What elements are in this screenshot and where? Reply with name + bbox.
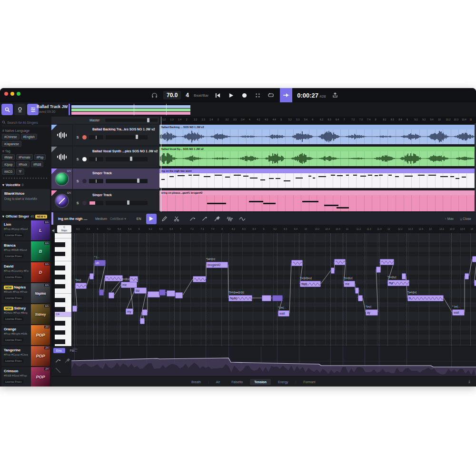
master-volume-slider[interactable] <box>105 119 158 122</box>
clip-singer-track-1[interactable]: ing on the nigh twe wont <box>159 169 475 188</box>
editing-clip-name[interactable]: ing on the nigh .... <box>58 217 91 221</box>
note[interactable] <box>402 273 406 279</box>
grid-selector[interactable]: Cell/Beat ▾ <box>110 217 126 221</box>
volume-handle[interactable] <box>136 135 138 139</box>
note[interactable]: my <box>126 308 133 315</box>
note[interactable] <box>142 309 148 316</box>
loop-button[interactable] <box>267 91 275 99</box>
mute-dot[interactable] <box>82 135 87 139</box>
note[interactable] <box>140 318 145 324</box>
param-type-tab-energy[interactable]: Energy <box>274 379 293 385</box>
note-canvas[interactable]: *[ey]* [...uh*[m][iy]mebizmy*[ah][n]brog… <box>71 233 476 346</box>
volume-slider[interactable] <box>106 135 148 139</box>
black-key[interactable] <box>55 321 65 326</box>
pan-slider[interactable] <box>89 157 103 161</box>
black-key[interactable] <box>55 252 65 257</box>
tag-chip[interactable]: #Jpop <box>2 161 15 167</box>
project-overview-strip[interactable] <box>68 104 190 115</box>
zoom-window-button[interactable] <box>17 92 20 96</box>
track-header-row[interactable]: Ballad Backing Tra...les SOS NO 1 JW v2S <box>51 125 159 145</box>
singer-card[interactable]: POPZHTangerine#Pop #Cpop #CleaLicense Fr… <box>1 346 50 366</box>
smooth-tool-button[interactable] <box>238 214 247 224</box>
scissors-tool-button[interactable] <box>172 214 181 224</box>
note[interactable] <box>159 289 166 296</box>
clip-ballad-vocal[interactable]: Ballad Vocal Sy... SOS NO 1 JW v2 <box>159 147 475 166</box>
note[interactable] <box>75 283 87 289</box>
note[interactable] <box>105 275 123 281</box>
official-singer-section-header[interactable]: ▾ Official Singer 40 NEW 6 <box>2 214 49 218</box>
pianoroll-ruler[interactable]: 4.34.455.25.35.466.26.36.477.27.37.488.2… <box>71 225 476 234</box>
black-key[interactable] <box>55 242 65 247</box>
pitch-brush-tool-button[interactable] <box>213 214 222 224</box>
volume-slider[interactable] <box>106 157 148 161</box>
pencil-tool-button[interactable] <box>159 214 169 224</box>
note[interactable]: me <box>344 281 355 287</box>
note[interactable] <box>355 288 359 294</box>
autoscroll-button[interactable] <box>280 88 292 102</box>
black-key[interactable] <box>55 339 65 344</box>
note[interactable]: ay <box>366 309 378 316</box>
record-button[interactable] <box>240 91 248 99</box>
black-key[interactable] <box>55 330 65 335</box>
solo-button[interactable]: S <box>75 179 80 183</box>
note[interactable] <box>291 260 303 266</box>
param-type-tab-tension[interactable]: Tension <box>250 379 271 385</box>
volume-handle[interactable] <box>130 157 132 161</box>
singer-card[interactable]: POPZHOrange#Pop #Bright #SilkLicense Fre… <box>1 325 50 345</box>
pan-slider[interactable] <box>89 135 103 139</box>
note[interactable]: uh <box>94 260 106 266</box>
note[interactable] <box>331 268 335 274</box>
singer-card[interactable]: BENBianca#Pop #R&B #SoulLicense Free+ <box>1 241 50 261</box>
black-key[interactable] <box>55 307 65 312</box>
collapse-panel-icon[interactable]: ⤓ <box>468 379 470 384</box>
note[interactable] <box>99 289 104 296</box>
note[interactable] <box>175 292 183 298</box>
black-key[interactable] <box>55 298 65 303</box>
param-type-tab-breath[interactable]: Breath <box>187 379 205 385</box>
play-button[interactable] <box>227 91 235 99</box>
solo-button[interactable]: S <box>75 158 80 161</box>
volume-handle[interactable] <box>127 200 129 205</box>
skip-to-start-button[interactable] <box>213 91 222 99</box>
close-window-button[interactable] <box>4 92 8 96</box>
param-brush-tool[interactable] <box>64 357 71 365</box>
mute-dot[interactable] <box>82 157 87 161</box>
mute-dot[interactable] <box>82 179 87 183</box>
language-tag-chip[interactable]: #English <box>21 134 37 139</box>
language-tag-chip[interactable]: #Chinese <box>2 134 20 139</box>
blankvoice-card[interactable]: BlankVoice Drag to start a VoiceMix <box>1 189 50 211</box>
tag-chip[interactable]: #ACG <box>2 169 15 175</box>
pitch-draw-tool-button[interactable] <box>188 214 198 224</box>
monitor-icon[interactable] <box>150 91 159 99</box>
singer-card[interactable]: POPZHCrimson#R&B #Soul #PopLicense Free+ <box>1 367 50 387</box>
singer-library-button[interactable] <box>1 104 13 115</box>
language-tag-chip[interactable]: #Japanese <box>2 141 21 147</box>
tag-chip[interactable]: #Pop <box>34 154 46 160</box>
note[interactable] <box>262 295 271 301</box>
tag-chip[interactable]: #Female <box>16 154 33 160</box>
track-header-row[interactable]: ENSinger TrackS <box>51 190 159 211</box>
mute-dot[interactable] <box>82 201 87 205</box>
pitch-anchor-tool-button[interactable] <box>200 214 210 224</box>
param-tab[interactable]: Env. <box>53 348 65 353</box>
note[interactable] <box>472 256 476 262</box>
note[interactable] <box>334 259 346 265</box>
note[interactable] <box>193 276 206 282</box>
key-signature-button[interactable]: C Major <box>57 225 71 233</box>
param-type-tab-falsetto[interactable]: Falsetto <box>227 379 247 385</box>
quality-selector[interactable]: Medium <box>95 217 107 220</box>
note[interactable]: stay <box>300 281 321 287</box>
language-selector[interactable]: EN <box>137 217 141 220</box>
solo-button[interactable]: S <box>75 201 80 205</box>
note[interactable] <box>167 290 175 297</box>
export-icon[interactable] <box>331 91 339 99</box>
beats-value[interactable]: 4 <box>186 92 189 99</box>
note[interactable] <box>129 276 138 282</box>
black-key[interactable] <box>55 284 65 289</box>
note[interactable] <box>474 280 476 286</box>
note[interactable] <box>89 273 94 279</box>
track-name[interactable]: Singer Track <box>92 171 159 175</box>
singer-card[interactable]: LENLien#Pop #Kpop #SoulLicense Free+ <box>1 220 50 240</box>
c4-key[interactable]: C4 <box>55 312 71 317</box>
track-name[interactable]: Ballad Backing Tra...les SOS NO 1 JW v2 <box>92 128 159 131</box>
